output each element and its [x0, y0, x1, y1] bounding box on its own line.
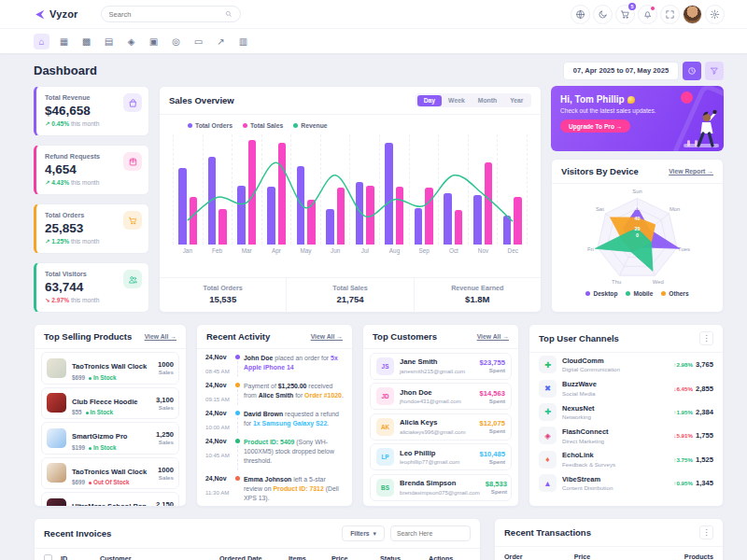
bar-total-sales[interactable] — [455, 210, 463, 245]
product-row[interactable]: TaoTronics Wall Clock$699Out Of Stock100… — [41, 457, 179, 490]
product-row[interactable]: SmartGizmo Pro$199In Stock1,250Sales — [41, 422, 179, 455]
search-input[interactable] — [109, 10, 225, 19]
filters-button[interactable]: Filters▾ — [342, 525, 385, 541]
product-row[interactable]: TaoTronics Wall Clock$699In Stock1000Sal… — [41, 352, 179, 385]
date-range-input[interactable]: 07, Apr 2025 to 07, May 2025 — [563, 62, 679, 80]
bar-total-sales[interactable] — [514, 197, 522, 245]
nav-item-wallet[interactable]: ▭ — [190, 34, 206, 49]
date-refresh-button[interactable] — [683, 62, 701, 80]
bar-total-orders[interactable] — [237, 186, 246, 245]
bar-total-sales[interactable] — [337, 188, 345, 245]
top-products-card: Top Selling Products View All → TaoTroni… — [34, 324, 187, 507]
view-report-link[interactable]: View Report → — [669, 168, 713, 175]
nav-item-home[interactable]: ⌂ — [34, 34, 49, 49]
nav-item-analytics[interactable]: ↗ — [213, 34, 229, 49]
sales-period-tabs: DayWeekMonthYear — [416, 93, 531, 107]
chevron-down-icon: ▾ — [374, 530, 376, 538]
nav-item-elements[interactable]: ◈ — [123, 34, 139, 49]
user-avatar[interactable] — [683, 5, 702, 24]
bar-total-sales[interactable] — [396, 187, 404, 245]
notifications-button[interactable] — [638, 5, 657, 24]
bar-group-mar — [233, 134, 262, 245]
channel-row[interactable]: ✚CloudCommDigital Communication↑2.98%3,7… — [529, 353, 723, 376]
channel-row[interactable]: ◈FlashConnectDirect Marketing↓5.91%1,755 — [529, 424, 723, 447]
recent-invoices-card: Recent Invoices Filters▾ IDCustomerOrder… — [34, 518, 481, 560]
brand-logo[interactable]: Vyzor — [34, 8, 78, 21]
nav-item-products[interactable]: ▩ — [78, 34, 94, 49]
bar-total-sales[interactable] — [366, 186, 374, 245]
nav-item-pages[interactable]: ▤ — [101, 34, 117, 49]
channel-row[interactable]: ▲VibeStreamContent Distribution↑0.95%1,3… — [529, 471, 723, 495]
bar-total-sales[interactable] — [485, 162, 493, 245]
x-label-jul: Jul — [350, 247, 380, 254]
bar-total-orders[interactable] — [208, 157, 217, 245]
bar-total-sales[interactable] — [307, 200, 316, 245]
channel-row[interactable]: ✖BuzzWaveSocial Media↓6.45%2,855 — [529, 376, 723, 399]
brand-name: Vyzor — [49, 8, 78, 20]
select-all-checkbox[interactable] — [44, 554, 52, 560]
bar-total-orders[interactable] — [473, 195, 482, 245]
customer-row[interactable]: BSBrenda Simpsonbrendasimpson075@gmail.c… — [370, 474, 512, 501]
nav-item-discover[interactable]: ◎ — [168, 34, 184, 49]
channel-name: NexusNet — [562, 404, 595, 413]
product-row[interactable]: UltraMaze School Bag$99In Stock2,150Sale… — [41, 492, 179, 507]
customer-avatar: LP — [376, 448, 394, 466]
tab-year[interactable]: Year — [503, 95, 529, 106]
product-row[interactable]: Club Fleece Hoodie$55In Stock3,100Sales — [41, 387, 179, 420]
invoices-column-price: Price — [331, 554, 380, 560]
customer-row[interactable]: AKAlicia Keysaliciakeys996@gmail.com$12,… — [370, 413, 512, 441]
dark-mode-button[interactable] — [593, 5, 613, 24]
top-channels-title: Top User Channels — [539, 333, 619, 343]
channel-logo-icon: ◈ — [539, 427, 557, 444]
sales-chart — [173, 134, 528, 245]
product-sales-label: Sales — [158, 369, 174, 375]
customers-view-all-link[interactable]: View All → — [477, 333, 509, 340]
date-filter-button[interactable] — [705, 62, 724, 80]
radar-axis-mon: Mon — [669, 206, 681, 212]
channel-row[interactable]: ♦EchoLinkFeedback & Surveys↑3.75%1,525 — [529, 448, 723, 471]
radar-legend: DesktopMobileOthers — [552, 290, 723, 303]
upgrade-pro-button[interactable]: Upgrade To Pro → — [560, 119, 630, 133]
channel-row[interactable]: ✚NexusNetNetworking↑1.95%2,384 — [529, 400, 723, 424]
bar-total-orders[interactable] — [178, 168, 187, 245]
customer-row[interactable]: JDJhon Doejhondoe431@gmail.com$14,563Spe… — [370, 383, 512, 410]
channel-value: 2,855 — [696, 385, 713, 393]
bar-total-orders[interactable] — [326, 209, 334, 245]
x-label-apr: Apr — [261, 247, 291, 254]
fullscreen-button[interactable] — [660, 5, 680, 24]
transactions-menu-button[interactable]: ⋮ — [699, 525, 713, 539]
top-products-title: Top Selling Products — [44, 331, 132, 342]
bar-total-orders[interactable] — [415, 208, 423, 245]
invoice-search-input[interactable] — [390, 525, 471, 541]
bar-total-sales[interactable] — [190, 197, 198, 245]
bar-total-orders[interactable] — [503, 216, 512, 245]
tab-day[interactable]: Day — [417, 95, 442, 106]
bar-total-orders[interactable] — [267, 187, 275, 245]
nav-item-jobs[interactable]: ▣ — [146, 34, 162, 49]
global-search[interactable] — [101, 6, 241, 22]
nav-item-apps[interactable]: ▦ — [56, 34, 72, 49]
bar-total-sales[interactable] — [248, 140, 257, 245]
funnel-icon — [710, 66, 719, 76]
bar-total-orders[interactable] — [356, 182, 364, 245]
bar-total-orders[interactable] — [385, 143, 393, 245]
language-button[interactable] — [571, 5, 590, 24]
bar-total-orders[interactable] — [444, 193, 452, 245]
tab-week[interactable]: Week — [442, 95, 472, 106]
bar-total-sales[interactable] — [218, 209, 227, 245]
customer-row[interactable]: JSJane Smithjanesmith215@gmail.com$23,75… — [370, 353, 512, 380]
customer-row[interactable]: LPLeo Phillipleophillip77@gmail.com$10,4… — [370, 443, 512, 470]
cart-button[interactable]: 5 — [615, 5, 635, 24]
tab-month[interactable]: Month — [472, 95, 503, 106]
activity-view-all-link[interactable]: View All → — [311, 333, 343, 340]
products-view-all-link[interactable]: View All → — [145, 333, 176, 340]
settings-button[interactable] — [705, 5, 725, 24]
nav-item-tables[interactable]: ▥ — [235, 34, 251, 49]
x-label-may: May — [291, 247, 321, 254]
radar-axis-sat: Sat — [596, 206, 604, 212]
channels-menu-button[interactable]: ⋮ — [699, 331, 713, 345]
bar-total-orders[interactable] — [297, 166, 305, 245]
bar-total-sales[interactable] — [278, 143, 287, 245]
bar-total-sales[interactable] — [425, 188, 433, 245]
sales-summary: Total Orders15,535Total Sales21,754Reven… — [160, 277, 541, 312]
